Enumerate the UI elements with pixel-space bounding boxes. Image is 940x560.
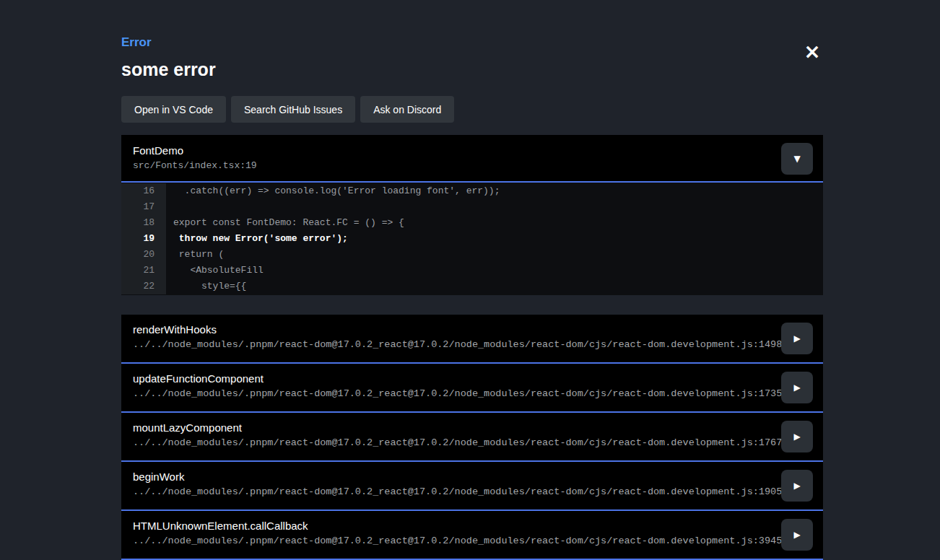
action-bar: Open in VS Code Search GitHub Issues Ask…	[121, 96, 823, 123]
stack-trace-list: renderWithHooks ../../node_modules/.pnpm…	[121, 315, 823, 560]
line-code: throw new Error('some error');	[166, 231, 348, 247]
stack-frame-path: ../../node_modules/.pnpm/react-dom@17.0.…	[133, 339, 811, 350]
line-code: return (	[166, 247, 224, 263]
expand-frame-button[interactable]: ▶	[781, 323, 813, 354]
stack-frame-path: ../../node_modules/.pnpm/react-dom@17.0.…	[133, 486, 811, 497]
chevron-down-icon: ▼	[793, 154, 800, 163]
play-icon: ▶	[793, 530, 800, 539]
close-icon: ×	[804, 40, 820, 64]
stack-frame-function: renderWithHooks	[133, 323, 811, 336]
code-line: 20 return (	[121, 247, 823, 263]
code-snippet: 16 .catch((err) => console.log('Error lo…	[121, 183, 823, 295]
line-number: 21	[121, 263, 166, 279]
stack-frame-item: mountLazyComponent ../../node_modules/.p…	[121, 413, 823, 462]
code-line: 21 <AbsoluteFill	[121, 263, 823, 279]
open-vscode-button[interactable]: Open in VS Code	[121, 96, 226, 123]
expand-frame-button[interactable]: ▶	[781, 421, 813, 452]
line-number: 16	[121, 183, 166, 199]
code-line: 16 .catch((err) => console.log('Error lo…	[121, 183, 823, 199]
code-frame-card: FontDemo src/Fonts/index.tsx:19 ▼ 16 .ca…	[121, 135, 823, 295]
stack-frame-item: renderWithHooks ../../node_modules/.pnpm…	[121, 315, 823, 364]
expand-frame-button[interactable]: ▶	[781, 519, 813, 551]
close-button[interactable]: ×	[800, 40, 824, 64]
line-number: 20	[121, 247, 166, 263]
play-icon: ▶	[793, 334, 800, 343]
error-kind-label: Error	[121, 35, 823, 50]
line-code: .catch((err) => console.log('Error loadi…	[166, 183, 500, 199]
line-number: 17	[121, 199, 166, 215]
stack-frame-function: updateFunctionComponent	[133, 372, 811, 385]
stack-frame-path: ../../node_modules/.pnpm/react-dom@17.0.…	[133, 437, 811, 448]
expand-frame-button[interactable]: ▶	[781, 372, 813, 403]
ask-discord-button[interactable]: Ask on Discord	[360, 96, 454, 123]
play-icon: ▶	[793, 383, 800, 392]
line-code: export const FontDemo: React.FC = () => …	[166, 215, 404, 231]
play-icon: ▶	[793, 432, 800, 441]
code-line: 17	[121, 199, 823, 215]
stack-frame-function: mountLazyComponent	[133, 421, 811, 434]
stack-frame-item: HTMLUnknownElement.callCallback ../../no…	[121, 511, 823, 560]
stack-frame-function: beginWork	[133, 471, 811, 483]
collapse-frame-button[interactable]: ▼	[781, 143, 813, 175]
code-line: 22 style={{	[121, 279, 823, 294]
line-code: style={{	[166, 279, 246, 294]
play-icon: ▶	[793, 481, 800, 490]
stack-frame-item: updateFunctionComponent ../../node_modul…	[121, 364, 823, 413]
error-overlay: Error some error Open in VS Code Search …	[121, 0, 823, 560]
code-frame-header: FontDemo src/Fonts/index.tsx:19 ▼	[121, 135, 823, 183]
stack-frame-path: ../../node_modules/.pnpm/react-dom@17.0.…	[133, 535, 811, 546]
code-line: 19 throw new Error('some error');	[121, 231, 823, 247]
line-code: <AbsoluteFill	[166, 263, 264, 279]
search-github-issues-button[interactable]: Search GitHub Issues	[231, 96, 355, 123]
error-message: some error	[121, 59, 823, 80]
stack-frame-function: HTMLUnknownElement.callCallback	[133, 520, 811, 532]
line-number: 19	[121, 231, 166, 247]
expand-frame-button[interactable]: ▶	[781, 470, 813, 502]
line-number: 18	[121, 215, 166, 231]
code-line: 18 export const FontDemo: React.FC = () …	[121, 215, 823, 231]
stack-frame-item: beginWork ../../node_modules/.pnpm/react…	[121, 462, 823, 511]
stack-frame-location: src/Fonts/index.tsx:19	[133, 160, 811, 171]
line-number: 22	[121, 279, 166, 294]
stack-frame-title: FontDemo	[133, 144, 811, 157]
stack-frame-path: ../../node_modules/.pnpm/react-dom@17.0.…	[133, 388, 811, 399]
